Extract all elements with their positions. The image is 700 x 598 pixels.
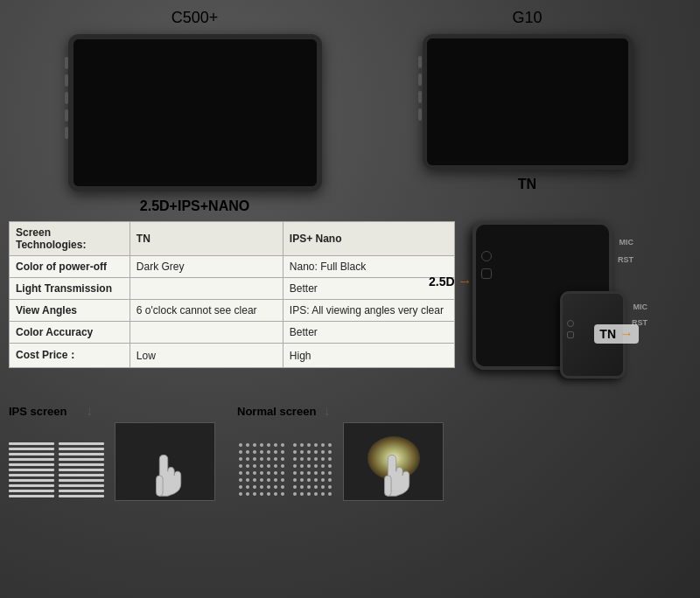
svg-rect-16: [59, 469, 104, 471]
svg-point-27: [267, 443, 270, 447]
svg-point-48: [267, 464, 270, 468]
row-ips-3: Better: [283, 322, 454, 344]
svg-point-25: [253, 443, 256, 447]
svg-point-44: [239, 464, 242, 468]
svg-point-126: [328, 492, 332, 496]
svg-point-119: [321, 485, 325, 489]
row-ips-2: IPS: All viewing angles very clear: [283, 300, 454, 322]
label-25d-text: 2.5D: [429, 275, 455, 289]
svg-point-107: [321, 471, 325, 475]
svg-point-123: [307, 492, 311, 496]
arrow-tn: →: [620, 326, 634, 342]
svg-point-69: [267, 485, 270, 489]
right-device-container: G10 TN: [423, 9, 633, 192]
middle-section: Screen Technologies: TN IPS+ Nano Color …: [0, 214, 700, 394]
ips-demo-group: IPS screen ↓: [9, 403, 215, 501]
power-icon: [481, 251, 492, 261]
left-device-container: C500+ 2.5D+IPS+NANO: [68, 9, 322, 214]
svg-point-34: [267, 450, 270, 454]
svg-rect-9: [9, 490, 54, 492]
svg-point-104: [300, 471, 304, 475]
svg-point-86: [300, 450, 304, 454]
normal-hand-icon: [370, 435, 414, 500]
svg-point-37: [239, 457, 242, 461]
svg-point-57: [281, 471, 284, 475]
svg-rect-20: [59, 490, 104, 492]
row-tn-2: 6 o'clock cannot see clear: [130, 300, 283, 322]
svg-point-60: [253, 478, 256, 482]
normal-demo-content: [237, 422, 444, 501]
svg-rect-17: [59, 474, 104, 476]
label-tn: TN →: [594, 324, 639, 344]
right-side-btn-2: [418, 73, 422, 86]
svg-point-96: [328, 457, 332, 461]
svg-rect-127: [385, 476, 392, 496]
svg-point-56: [274, 471, 277, 475]
svg-point-112: [314, 478, 318, 482]
device-icons: [481, 251, 492, 279]
svg-point-68: [260, 485, 263, 489]
rst-label-top: RST: [618, 255, 634, 264]
table-row: Light Transmission Better: [10, 278, 455, 300]
svg-rect-7: [9, 479, 54, 482]
svg-rect-11: [59, 442, 104, 445]
svg-point-31: [246, 450, 249, 454]
svg-point-97: [293, 464, 297, 468]
svg-rect-0: [9, 442, 54, 445]
svg-point-90: [328, 450, 332, 454]
normal-lines-graphic: [237, 440, 338, 501]
svg-point-121: [293, 492, 297, 496]
svg-point-87: [307, 450, 311, 454]
ips-screen-label: IPS screen: [9, 405, 79, 418]
svg-point-124: [314, 492, 318, 496]
svg-point-94: [314, 457, 318, 461]
svg-point-82: [314, 443, 318, 447]
ips-demo-header: IPS screen ↓: [9, 403, 93, 419]
svg-point-30: [239, 450, 242, 454]
svg-point-50: [281, 464, 284, 468]
svg-point-78: [281, 492, 284, 496]
svg-point-118: [314, 485, 318, 489]
svg-point-64: [281, 478, 284, 482]
home-icon: [481, 268, 492, 279]
left-device-title: C500+: [172, 9, 219, 27]
svg-point-72: [239, 492, 242, 496]
ips-lines-graphic: [9, 440, 109, 501]
svg-point-114: [328, 478, 332, 482]
svg-rect-2: [9, 453, 54, 455]
svg-point-125: [321, 492, 325, 496]
svg-point-71: [281, 485, 284, 489]
svg-point-33: [260, 450, 263, 454]
table-row: View Angles 6 o'clock cannot see clear I…: [10, 300, 455, 322]
label-tn-text: TN: [599, 327, 616, 341]
svg-point-24: [246, 443, 249, 447]
front-home-icon: [567, 331, 574, 338]
svg-point-76: [267, 492, 270, 496]
row-tn-0: Dark Grey: [130, 256, 283, 278]
svg-point-109: [293, 478, 297, 482]
svg-point-59: [246, 478, 249, 482]
svg-point-74: [253, 492, 256, 496]
normal-dots-group: [239, 443, 332, 496]
mic-label-top: MIC: [620, 238, 634, 247]
svg-point-26: [260, 443, 263, 447]
left-device-subtitle: 2.5D+IPS+NANO: [140, 198, 249, 214]
svg-point-49: [274, 464, 277, 468]
ips-arrow-down: ↓: [86, 403, 93, 419]
svg-point-122: [300, 492, 304, 496]
svg-point-84: [328, 443, 332, 447]
right-device-title: G10: [512, 9, 542, 27]
svg-point-42: [274, 457, 277, 461]
svg-rect-13: [59, 453, 104, 455]
row-tn-4: Low: [130, 344, 283, 368]
table-row: Color of power-off Dark Grey Nano: Full …: [10, 256, 455, 278]
svg-rect-21: [59, 495, 104, 497]
svg-point-63: [274, 478, 277, 482]
svg-point-46: [253, 464, 256, 468]
svg-point-38: [246, 457, 249, 461]
col-header-feature: Screen Technologies:: [10, 222, 130, 256]
row-tn-1: [130, 278, 283, 300]
label-25d: 2.5D →: [429, 274, 472, 289]
ips-hand-icon: [142, 435, 186, 500]
svg-point-110: [300, 478, 304, 482]
